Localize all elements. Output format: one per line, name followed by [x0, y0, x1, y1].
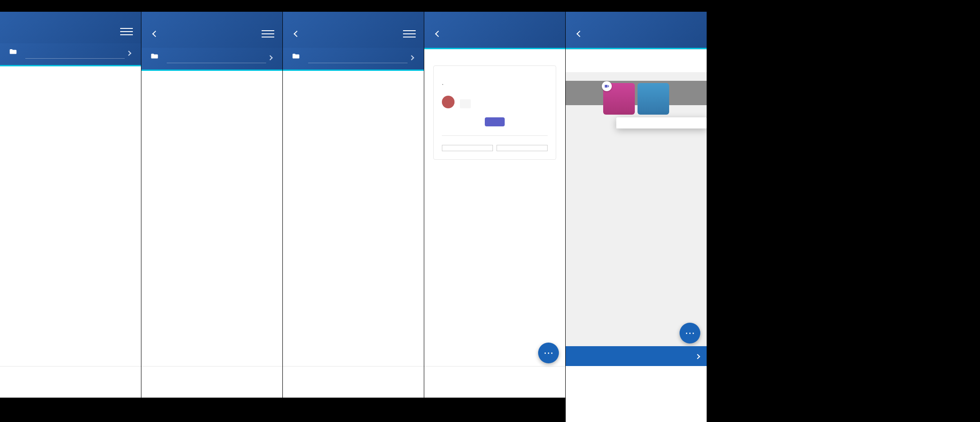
screen-inbox-george — [283, 0, 424, 422]
status-bar — [0, 0, 141, 12]
screen-inbox-thomas — [141, 0, 283, 422]
avatar — [442, 96, 455, 108]
search-input[interactable] — [25, 47, 125, 59]
fab-more[interactable]: ⋯ — [680, 323, 700, 343]
message-card: . — [433, 65, 556, 160]
fab-more[interactable]: ⋯ — [538, 343, 559, 363]
app-header — [141, 12, 282, 48]
menu-icon[interactable] — [120, 28, 133, 35]
shared-info-bar[interactable] — [566, 346, 707, 366]
action-popover — [616, 117, 707, 129]
screen-message-view: . ⋯ — [424, 0, 566, 422]
status-bar — [141, 0, 282, 12]
android-nav — [424, 398, 565, 422]
video-icon — [602, 81, 612, 91]
install-ios-button[interactable] — [442, 145, 493, 151]
back-button[interactable] — [574, 28, 586, 40]
search-row — [283, 48, 424, 70]
bottom-nav — [0, 366, 141, 398]
show-details-button[interactable] — [694, 353, 699, 360]
app-header — [424, 12, 565, 48]
app-header — [0, 12, 141, 43]
screen-root-folder — [0, 0, 141, 422]
folder-icon — [150, 52, 159, 62]
app-header — [283, 12, 424, 48]
bottom-nav — [141, 366, 282, 398]
screen-added-to-team: ⋯ — [566, 0, 707, 422]
android-nav — [0, 398, 141, 422]
chevron-right-icon[interactable] — [408, 53, 416, 61]
bottom-nav — [424, 366, 565, 398]
search-input[interactable] — [308, 51, 408, 63]
status-bar — [283, 0, 424, 12]
status-bar — [566, 0, 707, 12]
avatar-illustration — [638, 83, 669, 115]
chevron-right-icon[interactable] — [266, 53, 274, 61]
menu-icon[interactable] — [262, 30, 274, 37]
back-button[interactable] — [150, 28, 161, 40]
chevron-right-icon[interactable] — [125, 49, 133, 57]
folder-icon — [291, 52, 301, 62]
android-nav — [283, 398, 424, 422]
folder-icon — [8, 48, 18, 58]
search-row — [0, 43, 141, 65]
reply-in-teams-button[interactable] — [485, 117, 505, 126]
app-header — [566, 12, 707, 48]
android-nav — [141, 398, 282, 422]
menu-icon[interactable] — [403, 30, 416, 37]
attachment[interactable] — [460, 99, 471, 108]
back-button[interactable] — [291, 28, 303, 40]
back-button[interactable] — [432, 28, 444, 40]
search-input[interactable] — [167, 51, 266, 63]
bottom-nav — [283, 366, 424, 398]
body-text: . — [442, 79, 548, 88]
install-android-button[interactable] — [497, 145, 548, 151]
search-row — [141, 48, 282, 70]
dimmed-content — [566, 72, 707, 366]
status-bar — [424, 0, 565, 12]
popover-header — [616, 117, 707, 129]
